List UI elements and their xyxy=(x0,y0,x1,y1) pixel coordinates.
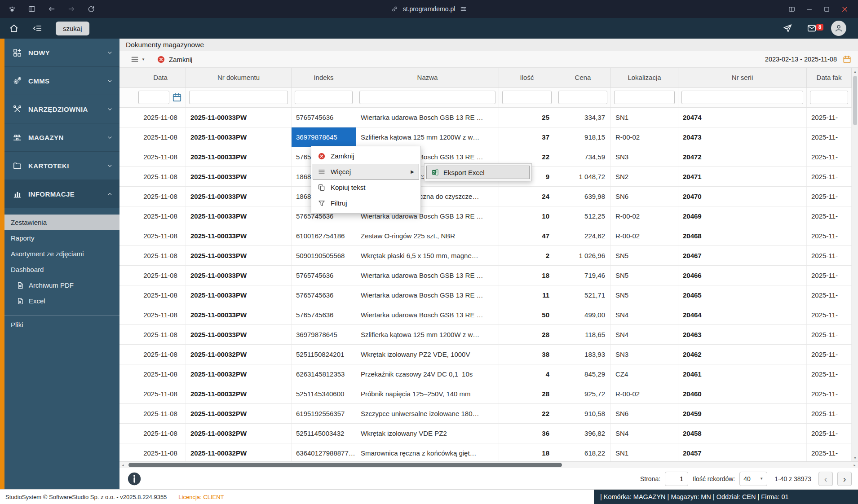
cell-datafak[interactable]: 2025-11- xyxy=(807,345,852,364)
cell-ilosc[interactable]: 47 xyxy=(499,226,555,245)
cell-datafak[interactable]: 2025-11- xyxy=(807,404,852,423)
cell-lok[interactable]: CZ4 xyxy=(611,364,678,384)
cell-data[interactable]: 2025-11-08 xyxy=(135,147,186,167)
cell-gutter[interactable] xyxy=(119,384,135,403)
cell-nazwa[interactable]: Szlifierka kątowa 125 mm 1200W z w… xyxy=(356,325,499,344)
cell-data[interactable]: 2025-11-08 xyxy=(135,325,186,344)
cell-seria[interactable]: 20467 xyxy=(678,246,807,265)
cell-data[interactable]: 2025-11-08 xyxy=(135,187,186,206)
cell-nr[interactable]: 2025-11-00033PW xyxy=(186,305,292,324)
cell-gutter[interactable] xyxy=(119,127,135,147)
cell-ilosc[interactable]: 11 xyxy=(499,285,555,305)
sidebar-item-pliki[interactable]: Pliki xyxy=(4,316,119,333)
cell-indeks[interactable]: 36979878645 xyxy=(292,325,356,344)
next-page-button[interactable]: › xyxy=(837,472,852,486)
table-row[interactable]: 2025-11-082025-11-00032PW63640127988877…… xyxy=(119,443,852,461)
cell-lok[interactable]: SN5 xyxy=(611,246,678,265)
cell-ilosc[interactable]: 4 xyxy=(499,364,555,384)
cell-nazwa[interactable]: Szlifierka kątowa 125 mm 1200W z w… xyxy=(356,127,499,147)
cell-data[interactable]: 2025-11-08 xyxy=(135,404,186,423)
cell-gutter[interactable] xyxy=(119,187,135,206)
column-header-data[interactable]: Data xyxy=(135,68,186,87)
cell-nazwa[interactable]: Wiertarka udarowa Bosch GSB 13 RE … xyxy=(356,305,499,324)
cell-cena[interactable]: 118,65 xyxy=(555,325,611,344)
sidebar-item-cmms[interactable]: CMMS xyxy=(4,67,119,95)
sidebar-toggle-icon[interactable] xyxy=(28,5,36,13)
cell-lok[interactable]: SN1 xyxy=(611,443,678,461)
cell-datafak[interactable]: 2025-11- xyxy=(807,108,852,127)
cell-cena[interactable]: 183,93 xyxy=(555,345,611,364)
cell-indeks[interactable]: 5765745636 xyxy=(292,305,356,324)
sidebar-item-archiwum-pdf[interactable]: Archiwum PDF xyxy=(4,277,119,293)
cell-nazwa[interactable]: Wkrętak płaski 6,5 x 150 mm, magne… xyxy=(356,246,499,265)
close-window-icon[interactable] xyxy=(840,5,849,13)
cell-gutter[interactable] xyxy=(119,206,135,226)
column-header-nr[interactable]: Nr dokumentu xyxy=(186,68,292,87)
minimize-icon[interactable] xyxy=(805,5,813,13)
page-input[interactable] xyxy=(665,472,688,486)
cell-ilosc[interactable]: 22 xyxy=(499,404,555,423)
cell-datafak[interactable]: 2025-11- xyxy=(807,187,852,206)
cell-nazwa[interactable]: Wiertarka udarowa Bosch GSB 13 RE … xyxy=(356,266,499,285)
table-row[interactable]: 2025-11-082025-11-00032PW5251145003432Wk… xyxy=(119,424,852,443)
vertical-scrollbar-thumb[interactable] xyxy=(853,76,857,125)
cell-ilosc[interactable]: 24 xyxy=(499,187,555,206)
table-row[interactable]: 2025-11-082025-11-00033PW18680165055Szcz… xyxy=(119,187,852,206)
cell-seria[interactable]: 20463 xyxy=(678,325,807,344)
cell-cena[interactable]: 918,15 xyxy=(555,127,611,147)
cell-nr[interactable]: 2025-11-00032PW xyxy=(186,424,292,443)
cell-indeks[interactable]: 63640127988877… xyxy=(292,443,356,461)
context-menu-item-kopiuj-tekst[interactable]: Kopiuj tekst xyxy=(313,180,419,195)
grid-menu-button[interactable]: ▼ xyxy=(130,55,145,64)
cell-gutter[interactable] xyxy=(119,226,135,245)
filter-input-datafak[interactable] xyxy=(810,91,848,104)
cell-data[interactable]: 2025-11-08 xyxy=(135,266,186,285)
column-header-datafak[interactable]: Data fak xyxy=(807,68,852,87)
info-button[interactable] xyxy=(127,471,142,486)
date-range-calendar-icon[interactable] xyxy=(842,55,852,64)
cell-nr[interactable]: 2025-11-00033PW xyxy=(186,147,292,167)
cell-gutter[interactable] xyxy=(119,167,135,186)
cell-lok[interactable]: SN5 xyxy=(611,266,678,285)
cell-seria[interactable]: 20462 xyxy=(678,345,807,364)
column-header-indeks[interactable]: Indeks xyxy=(292,68,356,87)
cell-lok[interactable]: R-00-02 xyxy=(611,127,678,147)
scroll-up-icon[interactable]: ▲ xyxy=(852,68,858,75)
forward-icon[interactable] xyxy=(67,5,75,13)
prev-page-button[interactable]: ‹ xyxy=(818,472,833,486)
table-row[interactable]: 2025-11-082025-11-00033PW36979878645Szli… xyxy=(119,127,852,147)
cell-lok[interactable]: R-00-02 xyxy=(611,384,678,403)
cell-data[interactable]: 2025-11-08 xyxy=(135,285,186,305)
cell-nr[interactable]: 2025-11-00033PW xyxy=(186,325,292,344)
cell-indeks[interactable]: 5251150824201 xyxy=(292,345,356,364)
sidebar-item-dashboard[interactable]: Dashboard xyxy=(4,262,119,277)
cell-nr[interactable]: 2025-11-00033PW xyxy=(186,206,292,226)
filter-input-nr[interactable] xyxy=(189,91,288,104)
sidebar-item-asortyment-ze-zdjeciami[interactable]: Asortyment ze zdjęciami xyxy=(4,246,119,262)
cell-lok[interactable]: SN3 xyxy=(611,147,678,167)
cell-gutter[interactable] xyxy=(119,108,135,127)
horizontal-scrollbar[interactable]: ◄ ► xyxy=(119,461,858,468)
cell-indeks[interactable]: 6195192556357 xyxy=(292,404,356,423)
cell-datafak[interactable]: 2025-11- xyxy=(807,424,852,443)
cell-data[interactable]: 2025-11-08 xyxy=(135,305,186,324)
maximize-icon[interactable] xyxy=(823,5,831,13)
sidebar-item-raporty[interactable]: Raporty xyxy=(4,230,119,246)
send-icon[interactable] xyxy=(783,23,792,33)
cell-data[interactable]: 2025-11-08 xyxy=(135,424,186,443)
cell-data[interactable]: 2025-11-08 xyxy=(135,108,186,127)
cell-datafak[interactable]: 2025-11- xyxy=(807,443,852,461)
filter-input-data[interactable] xyxy=(138,91,169,104)
cell-nr[interactable]: 2025-11-00032PW xyxy=(186,404,292,423)
cell-lok[interactable]: SN6 xyxy=(611,404,678,423)
cell-ilosc[interactable]: 38 xyxy=(499,345,555,364)
context-submenu-item-eksport-excel[interactable]: Eksport Excel xyxy=(426,166,530,179)
cell-seria[interactable]: 20474 xyxy=(678,108,807,127)
cell-gutter[interactable] xyxy=(119,424,135,443)
cell-cena[interactable]: 734,59 xyxy=(555,147,611,167)
cell-indeks[interactable]: 5090190505568 xyxy=(292,246,356,265)
cell-cena[interactable]: 1 026,96 xyxy=(555,246,611,265)
cell-nr[interactable]: 2025-11-00032PW xyxy=(186,364,292,384)
reload-ic[interactable] xyxy=(87,5,95,13)
cell-seria[interactable]: 20469 xyxy=(678,206,807,226)
